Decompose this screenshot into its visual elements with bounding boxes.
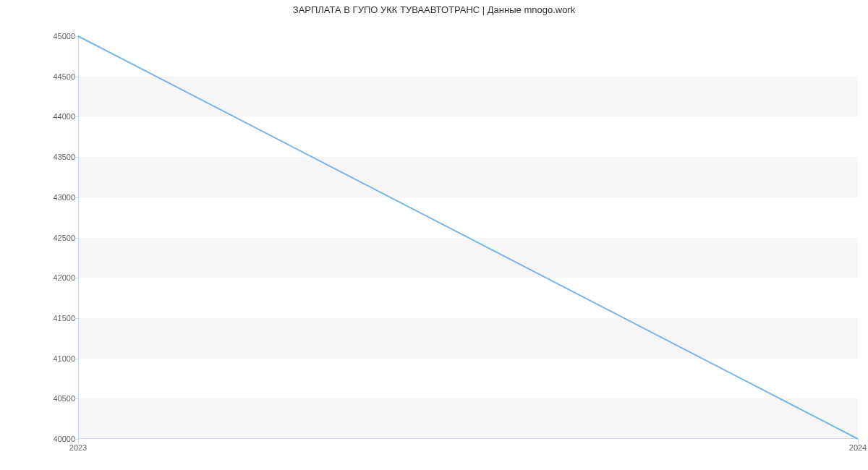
y-tick-label: 44500 bbox=[32, 72, 75, 81]
y-tick-label: 42000 bbox=[32, 273, 75, 282]
y-tick-label: 45000 bbox=[32, 32, 75, 40]
y-tick-label: 42500 bbox=[32, 234, 75, 242]
y-tick-label: 40500 bbox=[32, 394, 75, 403]
chart-container: ЗАРПЛАТА В ГУПО УКК ТУВААВТОТРАНС | Данн… bbox=[0, 0, 868, 470]
y-tick-mark bbox=[74, 116, 78, 117]
line-series bbox=[78, 36, 858, 439]
chart-title: ЗАРПЛАТА В ГУПО УКК ТУВААВТОТРАНС | Данн… bbox=[0, 4, 868, 15]
y-tick-mark bbox=[74, 36, 78, 37]
x-tick-label: 2023 bbox=[69, 443, 87, 452]
x-tick-mark bbox=[78, 439, 79, 443]
y-tick-label: 43000 bbox=[32, 193, 75, 202]
y-tick-label: 44000 bbox=[32, 112, 75, 121]
y-tick-mark bbox=[74, 398, 78, 399]
y-tick-label: 41000 bbox=[32, 354, 75, 363]
x-tick-mark bbox=[858, 439, 859, 443]
x-tick-label: 2024 bbox=[849, 443, 867, 452]
y-tick-mark bbox=[74, 278, 78, 278]
plot-area bbox=[78, 36, 858, 439]
line-series-layer bbox=[78, 36, 858, 439]
y-tick-label: 40000 bbox=[32, 435, 75, 443]
y-tick-mark bbox=[74, 197, 78, 198]
y-tick-label: 41500 bbox=[32, 314, 75, 322]
y-tick-label: 43500 bbox=[32, 153, 75, 161]
y-tick-mark bbox=[74, 77, 78, 77]
y-tick-mark bbox=[74, 238, 78, 239]
y-tick-mark bbox=[74, 157, 78, 158]
y-tick-mark bbox=[74, 318, 78, 319]
y-tick-mark bbox=[74, 359, 78, 359]
